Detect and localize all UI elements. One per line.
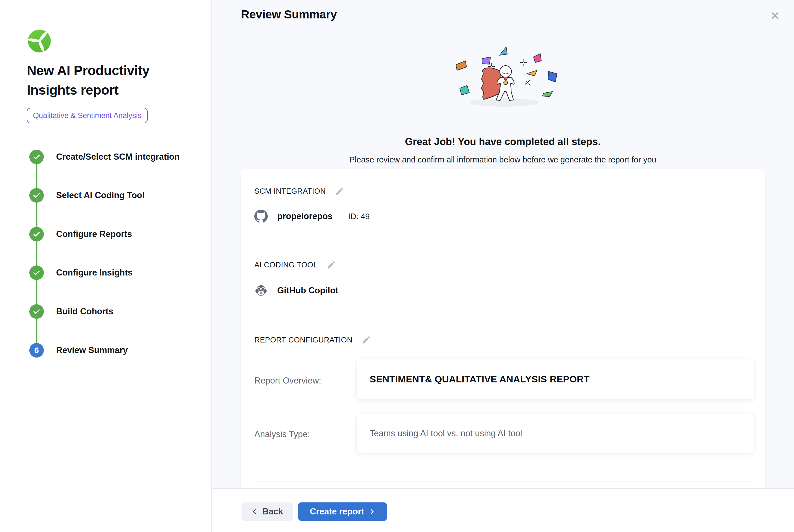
analysis-type-label: Analysis Type: (254, 429, 349, 439)
back-button-label: Back (262, 507, 283, 517)
scm-integration-section-header: SCM INTEGRATION (254, 187, 344, 196)
step-configure-reports[interactable]: Configure Reports (29, 227, 132, 242)
step-label: Build Cohorts (56, 306, 113, 317)
step-label: Configure Insights (56, 268, 133, 278)
celebration-illustration (212, 45, 794, 111)
step-check-icon (29, 227, 44, 242)
report-overview-value-box: SENTIMENT& QUALITATIVE ANALYSIS REPORT (357, 359, 754, 400)
step-number-badge: 6 (29, 343, 44, 358)
wizard-footer: Back Create report (212, 489, 794, 532)
ai-coding-tool-label: AI CODING TOOL (254, 261, 318, 269)
step-label: Select AI Coding Tool (56, 190, 145, 201)
congrats-subtext: Please review and confirm all informatio… (212, 155, 794, 165)
scm-integration-value-row: propelorepos ID: 49 (254, 210, 370, 223)
step-label: Review Summary (56, 345, 128, 355)
scm-integration-name: propelorepos (277, 211, 333, 221)
review-summary-panel: Review Summary (212, 0, 794, 532)
review-summary-screen: New AI Productivity Insights report Qual… (0, 0, 794, 532)
step-build-cohorts[interactable]: Build Cohorts (29, 304, 113, 319)
step-create-select-scm-integration[interactable]: Create/Select SCM integration (29, 150, 180, 164)
step-review-summary[interactable]: 6 Review Summary (29, 343, 128, 358)
create-report-button-label: Create report (310, 507, 364, 517)
edit-scm-integration-icon[interactable] (335, 187, 344, 196)
scm-integration-label: SCM INTEGRATION (254, 187, 326, 196)
ai-coding-tool-name: GitHub Copilot (277, 286, 338, 296)
section-divider (254, 481, 754, 481)
section-divider (254, 237, 754, 237)
chevron-right-icon (368, 508, 375, 516)
wizard-sidebar: New AI Productivity Insights report Qual… (0, 0, 212, 532)
copilot-icon (254, 284, 268, 297)
edit-ai-coding-tool-icon[interactable] (327, 260, 336, 270)
report-configuration-section-header: REPORT CONFIGURATION (254, 335, 371, 345)
step-check-icon (29, 304, 44, 319)
ai-coding-tool-value-row: GitHub Copilot (254, 284, 338, 297)
edit-report-configuration-icon[interactable] (362, 335, 371, 345)
ai-coding-tool-section-header: AI CODING TOOL (254, 260, 336, 270)
section-divider (254, 315, 754, 316)
summary-card: SCM INTEGRATION propelorepos ID: 49 AI C… (241, 169, 765, 489)
step-configure-insights[interactable]: Configure Insights (29, 265, 133, 280)
analysis-type-value: Teams using AI tool vs. not using AI too… (370, 429, 522, 438)
step-check-icon (29, 150, 44, 164)
chevron-left-icon (251, 508, 258, 516)
close-icon[interactable] (769, 10, 781, 22)
stepper-connector (36, 157, 37, 350)
wizard-stepper: Create/Select SCM integration Select AI … (0, 0, 212, 532)
step-check-icon (29, 188, 44, 203)
report-overview-label: Report Overview: (254, 376, 349, 386)
back-button[interactable]: Back (242, 502, 293, 521)
step-check-icon (29, 265, 44, 280)
congrats-heading: Great Job! You have completed all steps. (212, 136, 794, 148)
scm-integration-id: ID: 49 (348, 212, 370, 221)
create-report-button[interactable]: Create report (298, 502, 387, 521)
report-overview-value: SENTIMENT& QUALITATIVE ANALYSIS REPORT (370, 374, 590, 385)
step-select-ai-coding-tool[interactable]: Select AI Coding Tool (29, 188, 145, 203)
github-icon (254, 210, 268, 223)
report-configuration-label: REPORT CONFIGURATION (254, 336, 353, 344)
step-label: Create/Select SCM integration (56, 152, 180, 162)
page-title: Review Summary (241, 8, 337, 21)
step-label: Configure Reports (56, 229, 132, 239)
analysis-type-value-box: Teams using AI tool vs. not using AI too… (357, 414, 754, 453)
